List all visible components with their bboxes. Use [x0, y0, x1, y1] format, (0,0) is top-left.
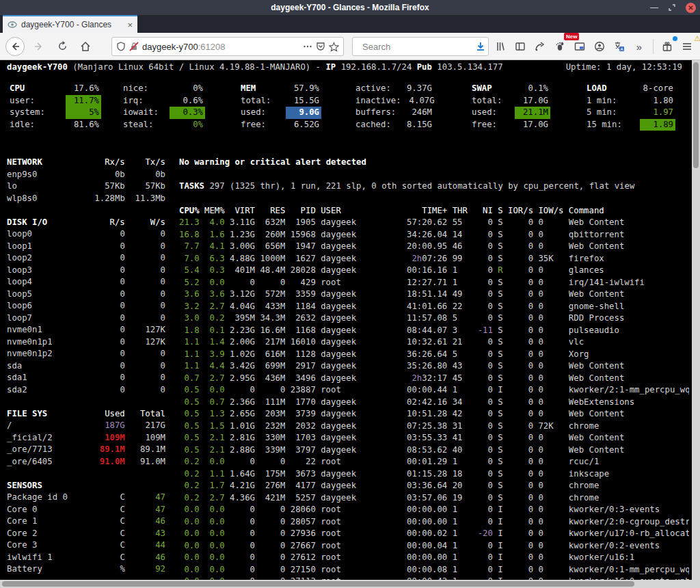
vertical-scrollbar-thumb[interactable]	[693, 62, 699, 168]
url-bar[interactable]: daygeek-y700:61208	[111, 37, 344, 56]
restore-button[interactable]	[668, 3, 676, 12]
overflow-chevron-icon[interactable]: »	[630, 38, 648, 55]
column-header: USER	[321, 205, 361, 217]
search-input[interactable]	[362, 42, 483, 52]
sidebar-row: _ore/640591.0M91.0M	[7, 456, 165, 468]
notification-dot	[673, 36, 677, 41]
glances-page: daygeek-Y700 (Manjaro Linux 64bit / Linu…	[0, 60, 700, 588]
window-title: daygeek-Y700 - Glances - Mozilla Firefox	[271, 3, 429, 12]
sidebar-section: SENSORSPackage id 0C47Core 0C47Core 1C46…	[7, 480, 165, 576]
sidebar-row: _ore/771389.1M89.1M	[7, 444, 165, 456]
tasks-table-rows: 21.34.03.11G632M1905daygeek57:20.62550S0…	[179, 217, 689, 588]
tab-favicon-eye-icon	[8, 20, 17, 29]
task-row: 0.00.00027667root00:00.0410I00kworker/0:…	[179, 540, 689, 552]
url-host: daygeek-y700	[142, 42, 198, 52]
column-header: S	[498, 205, 502, 217]
task-row: 0.21.74.21G276M4177daygeek03:36.64200S00…	[179, 480, 689, 492]
forward-button[interactable]	[30, 38, 48, 55]
task-row: 1.80.12.23G16.6M1168daygeek08:44.073-11S…	[179, 325, 689, 337]
alert-message: No warning or critical alert detected	[179, 157, 689, 169]
translate-button[interactable]: A	[610, 38, 628, 55]
page-actions-dots-icon[interactable]	[303, 42, 312, 51]
host-info: daygeek-Y700 (Manjaro Linux 64bit / Linu…	[7, 62, 503, 74]
task-row: 0.51.51.01G232M2032daygeek07:25.38310S07…	[179, 420, 689, 433]
stat-row: SWAP0.1%	[472, 83, 550, 95]
picture-in-picture-button[interactable]: New	[571, 38, 589, 55]
sidebar-row: loop500	[7, 289, 165, 301]
quicklook: CPU17.6%user:11.7%system:5%idle:81.6%nic…	[10, 83, 700, 131]
window-titlebar: daygeek-Y700 - Glances - Mozilla Firefox…	[0, 0, 700, 15]
sidebar-row: wlp8s01.28Mb11.3Mb	[7, 193, 165, 205]
account-button[interactable]	[591, 38, 608, 55]
stat-row: 1 min:1.80	[587, 95, 675, 107]
insecure-lock-icon[interactable]	[129, 42, 139, 51]
home-button[interactable]	[77, 38, 94, 55]
horizontal-scrollbar-thumb[interactable]	[2, 581, 634, 587]
sidebar-row: nvme0n1p200	[7, 348, 165, 360]
reload-button[interactable]	[53, 38, 71, 55]
tracking-shield-icon[interactable]	[116, 42, 126, 51]
tab-bar: daygeek-Y700 - Glances ×	[0, 15, 700, 33]
sidebar-row: sda00	[7, 360, 165, 373]
sidebar-row: lo57Kb57Kb	[7, 181, 165, 193]
tab-title: daygeek-Y700 - Glances	[21, 20, 123, 29]
sidebar-section: NETWORKRx/sTx/senp9s00b0blo57Kb57Kbwlp8s…	[7, 157, 165, 204]
stat-row: free:17.0G	[472, 119, 550, 131]
sidebar-row: Battery%92	[7, 563, 165, 576]
sidebar-toggle-button[interactable]	[511, 38, 529, 55]
search-bar[interactable]	[352, 37, 489, 56]
sidebar-section-header: SENSORS	[7, 480, 165, 492]
stat-row: irq:0.6%	[123, 95, 205, 107]
sidebar-row: enp9s00b0b	[7, 169, 165, 181]
url-text[interactable]: daygeek-y700:61208	[142, 42, 299, 52]
tab-glances[interactable]: daygeek-Y700 - Glances ×	[3, 15, 137, 33]
sidebar-row: loop600	[7, 300, 165, 312]
stat-row: total:15.5G	[241, 95, 321, 107]
stat-row: iowait:0.3%	[123, 107, 205, 119]
sidebar-section-header: DISK I/OR/sW/s	[7, 217, 165, 229]
column-header: RES	[260, 205, 285, 217]
sidebar: NETWORKRx/sTx/senp9s00b0blo57Kb57Kbwlp8s…	[7, 157, 165, 587]
stat-row: LOAD8-core	[587, 83, 675, 95]
stat-row: steal:0%	[123, 119, 205, 131]
url-port: :61208	[198, 42, 226, 52]
back-button[interactable]	[5, 37, 25, 56]
horizontal-scrollbar[interactable]	[0, 580, 692, 588]
column-header: PID	[291, 205, 316, 217]
close-button[interactable]: ✕	[686, 3, 696, 13]
task-row: 5.40.3401M48.4M28028daygeek00:16.1610R00…	[179, 265, 689, 277]
sidebar-row: /187G217G	[7, 420, 165, 432]
whats-new-gift-button[interactable]	[658, 38, 676, 55]
task-row: 0.22.74.36G421M5257daygeek03:57.06190S00…	[179, 492, 689, 505]
sidebar-row: nvme0n1p10127K	[7, 336, 165, 349]
task-row: 3.00.2395M34.3M2632daygeek11:57.0850S00R…	[179, 312, 689, 325]
sidebar-row: sda100	[7, 372, 165, 384]
column-header: TIME+	[366, 205, 447, 217]
bookmark-star-icon[interactable]	[329, 42, 339, 52]
sidebar-section-header: FILE SYSUsedTotal	[7, 408, 165, 420]
pocket-icon[interactable]	[316, 42, 325, 51]
tasks-summary: TASKS 297 (1325 thr), 1 run, 221 slp, 0 …	[179, 181, 689, 193]
stat-row: used:9.0G	[241, 107, 321, 119]
tab-close-icon[interactable]: ×	[127, 20, 133, 30]
task-row: 7.74.13.00G656M1947daygeek20:00.95460S00…	[179, 241, 689, 253]
library-button[interactable]	[492, 38, 509, 55]
menu-button[interactable]: ⚠	[678, 38, 696, 55]
vertical-scrollbar[interactable]	[692, 60, 700, 580]
sidebar-row: Core 3C44	[7, 539, 165, 552]
sidebar-row: _ficial/2109M109M	[7, 432, 165, 444]
quicklook-block: SWAP0.1%total:17.0Gused:21.1Mfree:17.0G	[472, 83, 550, 131]
stat-row: cached:8.15G	[355, 119, 434, 131]
sidebar-row: sda200	[7, 384, 165, 397]
stat-row: nice:0%	[123, 83, 205, 95]
minimize-button[interactable]: —	[650, 4, 658, 11]
sidebar-row: loop000	[7, 228, 165, 241]
downloads-button[interactable]	[472, 38, 489, 55]
task-row: 1.14.43.42G699M2917daygeek35:26.80430S00…	[179, 360, 689, 373]
task-row: 3.63.63.12G572M3359daygeek18:51.14490S00…	[179, 289, 689, 301]
firefox-window: daygeek-Y700 - Glances - Mozilla Firefox…	[0, 0, 700, 588]
send-tab-button[interactable]	[531, 38, 549, 55]
task-row: 0.52.12.81G330M1703daygeek03:55.33410S00…	[179, 432, 689, 444]
task-row: 0.20.00022root00:01.2910S00rcuc/1	[179, 456, 689, 468]
task-row: 0.00.00028057root00:00.0010I00kworker/2:…	[179, 516, 689, 529]
